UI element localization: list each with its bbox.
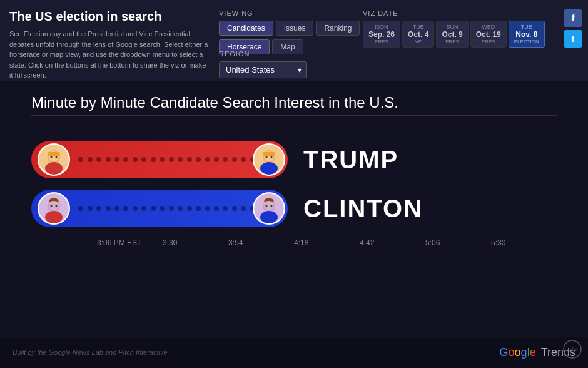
track-dot <box>123 206 128 211</box>
main-content: Minute by Minute Candidate Search Intere… <box>0 81 588 368</box>
day-tue1: TUE <box>408 24 428 30</box>
track-dot <box>205 206 210 211</box>
track-dot <box>232 157 237 162</box>
event-pres3: PRES <box>476 39 501 44</box>
svg-point-6 <box>56 156 58 158</box>
title-divider <box>31 115 557 116</box>
svg-point-22 <box>260 211 278 223</box>
main-chart-title: Minute by Minute Candidate Search Intere… <box>31 94 557 111</box>
code-icon: </> <box>563 340 582 362</box>
track-dot <box>178 157 183 162</box>
time-label: 5:30 <box>491 238 557 247</box>
svg-point-9 <box>260 162 278 175</box>
date-sep26-num: Sep. 26 <box>368 30 395 39</box>
svg-point-5 <box>51 156 53 158</box>
google-text: Google <box>500 346 536 359</box>
track-dot <box>88 206 93 211</box>
track-dot <box>133 206 138 211</box>
clinton-avatar-right <box>253 192 285 225</box>
social-buttons: f t <box>564 9 582 48</box>
track-dot <box>106 157 111 162</box>
trump-avatar-left <box>38 143 70 176</box>
svg-point-13 <box>271 156 273 158</box>
svg-rect-4 <box>48 152 60 156</box>
date-oct9-num: Oct. 9 <box>442 30 462 39</box>
issues-button[interactable]: Issues <box>276 21 314 36</box>
event-election: ELECTION <box>514 39 539 44</box>
svg-rect-11 <box>263 152 275 156</box>
svg-point-17 <box>49 200 59 210</box>
built-by-text: Built by the Google News Lab and Pitch I… <box>13 349 168 356</box>
time-label: 4:18 <box>294 238 360 247</box>
footer: Built by the Google News Lab and Pitch I… <box>0 337 588 368</box>
track-dot <box>123 157 128 162</box>
date-buttons-group: MON Sep. 26 PRES TUE Oct. 4 VP SUN Oct. … <box>363 21 545 48</box>
svg-point-19 <box>56 205 58 207</box>
svg-point-18 <box>51 205 53 207</box>
date-nov8-num: Nov. 8 <box>515 30 537 39</box>
svg-point-25 <box>271 205 273 207</box>
facebook-button[interactable]: f <box>564 9 582 27</box>
candidates-button[interactable]: Candidates <box>219 21 273 36</box>
header-section: The US election in search See Election d… <box>9 9 210 92</box>
region-section: REGION United States Alabama Alaska Ariz… <box>219 50 307 78</box>
track-dot <box>178 206 183 211</box>
track-dot <box>214 157 219 162</box>
track-dot <box>78 157 83 162</box>
track-dot <box>96 206 101 211</box>
page-title: The US election in search <box>9 9 210 24</box>
track-dot <box>169 206 174 211</box>
track-dot <box>160 157 165 162</box>
day-tue2: TUE <box>514 24 539 30</box>
track-dot <box>133 157 138 162</box>
date-nov8[interactable]: TUE Nov. 8 ELECTION <box>509 21 545 48</box>
region-label: REGION <box>219 50 307 58</box>
clinton-row: CLINTON <box>31 190 557 227</box>
track-dot <box>223 157 228 162</box>
track-dot <box>232 206 237 211</box>
track-dot <box>141 206 146 211</box>
track-dot <box>241 206 246 211</box>
track-dot <box>196 206 201 211</box>
clinton-dot-track <box>70 206 281 211</box>
svg-point-16 <box>45 211 63 223</box>
svg-point-12 <box>266 156 268 158</box>
date-oct9[interactable]: SUN Oct. 9 PRES <box>436 21 468 48</box>
trump-avatar-right <box>253 143 285 176</box>
date-sep26[interactable]: MON Sep. 26 PRES <box>363 21 400 48</box>
time-label: 3:06 PM EST <box>97 238 163 247</box>
day-wed: WED <box>476 24 501 30</box>
track-dot <box>160 206 165 211</box>
track-dot <box>223 206 228 211</box>
event-pres1: PRES <box>368 39 395 44</box>
twitter-button[interactable]: t <box>564 30 582 48</box>
track-dot <box>187 157 192 162</box>
date-oct4-num: Oct. 4 <box>408 30 428 39</box>
clinton-bar <box>31 190 288 227</box>
time-label: 5:06 <box>425 238 491 247</box>
svg-point-23 <box>264 200 274 210</box>
track-dot <box>114 206 119 211</box>
trump-dot-track <box>70 157 281 162</box>
viewing-label: VIEWING <box>219 9 360 17</box>
time-label: 4:42 <box>360 238 425 247</box>
track-dot <box>196 157 201 162</box>
time-label: 3:54 <box>228 238 294 247</box>
ranking-button[interactable]: Ranking <box>316 21 360 36</box>
svg-point-24 <box>266 205 268 207</box>
viz-date-section: VIZ DATE MON Sep. 26 PRES TUE Oct. 4 VP … <box>363 9 545 48</box>
trump-bar <box>31 141 288 178</box>
track-dot <box>88 157 93 162</box>
track-dot <box>78 206 83 211</box>
track-dot <box>141 157 146 162</box>
time-axis: 3:06 PM EST3:303:544:184:425:065:30 <box>31 238 557 247</box>
track-dot <box>214 206 219 211</box>
track-dot <box>169 157 174 162</box>
date-oct4[interactable]: TUE Oct. 4 VP <box>402 21 434 48</box>
date-oct19[interactable]: WED Oct. 19 PRES <box>470 21 507 48</box>
track-dot <box>114 157 119 162</box>
viewing-controls: VIEWING Candidates Issues Ranking Horser… <box>219 9 360 54</box>
clinton-avatar-left <box>38 192 70 225</box>
viewing-btn-group1: Candidates Issues Ranking <box>219 21 360 36</box>
region-select[interactable]: United States Alabama Alaska Arizona Cal… <box>219 61 307 78</box>
